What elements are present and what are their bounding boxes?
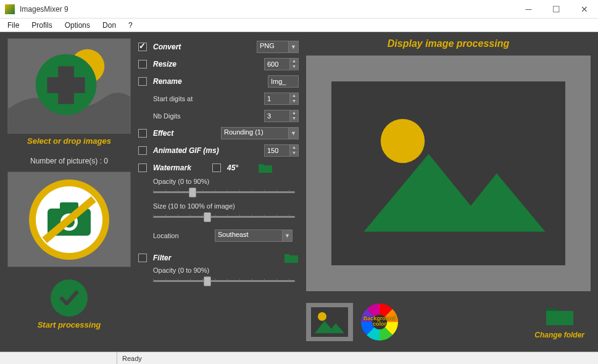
effect-checkbox[interactable] (138, 129, 147, 138)
wm-location-select[interactable]: Southeast (215, 230, 283, 242)
menu-profiles[interactable]: Profils (31, 21, 52, 30)
preview-area[interactable] (306, 56, 591, 291)
agif-checkbox[interactable] (138, 146, 147, 155)
close-button[interactable]: ✕ (570, 0, 598, 19)
wm-size-label: Size (10 to 100% of image) (153, 202, 299, 210)
convert-label: Convert (153, 43, 257, 51)
effect-label: Effect (153, 129, 221, 138)
preview-column: Display image processing (306, 38, 591, 347)
window-title: ImagesMixer 9 (20, 5, 515, 14)
resize-spinner[interactable]: ▲▼ (290, 58, 299, 70)
thumbnail-button[interactable] (306, 303, 353, 341)
agif-spinner[interactable]: ▲▼ (290, 144, 299, 157)
start-digits-input[interactable] (264, 93, 290, 105)
menu-file[interactable]: File (7, 21, 19, 30)
start-digits-label: Start digits at (153, 95, 264, 102)
resize-checkbox[interactable] (138, 60, 147, 68)
statusbar: Ready (0, 352, 598, 364)
wm-location-label: Location (153, 232, 215, 239)
nb-digits-spinner[interactable]: ▲▼ (290, 110, 299, 122)
agif-input[interactable] (264, 144, 290, 157)
status-text: Ready (117, 352, 598, 364)
chevron-down-icon[interactable]: ▼ (289, 127, 299, 139)
folder-icon (544, 305, 575, 327)
preview-image-icon (331, 81, 565, 265)
menu-help[interactable]: ? (128, 21, 133, 30)
menu-don[interactable]: Don (102, 21, 116, 30)
wm-opacity-slider[interactable] (153, 186, 295, 199)
app-icon (5, 4, 15, 14)
wm-opacity-label: Opacity (0 to 90%) (153, 178, 299, 185)
rename-label: Rename (153, 77, 268, 86)
titlebar: ImagesMixer 9 ─ ☐ ✕ (0, 0, 598, 19)
watermark-folder-icon[interactable] (258, 162, 273, 173)
wm-size-slider[interactable] (153, 211, 295, 223)
filter-label: Filter (153, 254, 278, 262)
svg-point-12 (381, 119, 425, 163)
options-column: Convert PNG ▼ Resize ▲▼ Rename Start dig… (138, 38, 299, 347)
status-progress (0, 352, 117, 364)
watermark-checkbox[interactable] (138, 163, 147, 172)
rename-checkbox[interactable] (138, 77, 147, 86)
start-processing[interactable]: Start processing (7, 279, 131, 329)
watermark-label: Watermark (153, 163, 212, 172)
svg-point-13 (318, 312, 326, 321)
change-folder-button[interactable]: Change folder (534, 305, 584, 339)
chevron-down-icon[interactable]: ▼ (289, 41, 299, 53)
effect-select[interactable]: Rounding (1) (221, 127, 289, 139)
preview-toolbar: Background color Change folder (306, 297, 591, 347)
background-color-button[interactable]: Background color (360, 303, 399, 341)
watermark-45-label: 45° (227, 163, 252, 172)
watermark-45-checkbox[interactable] (212, 163, 221, 172)
filter-checkbox[interactable] (138, 254, 147, 262)
convert-select[interactable]: PNG (257, 41, 289, 53)
minimize-button[interactable]: ─ (515, 0, 542, 19)
resize-label: Resize (153, 60, 264, 68)
start-digits-spinner[interactable]: ▲▼ (290, 93, 299, 105)
menubar: File Profils Options Don ? (0, 19, 598, 32)
start-label: Start processing (7, 320, 131, 329)
preview-title: Display image processing (306, 38, 591, 49)
menu-options[interactable]: Options (65, 21, 90, 30)
left-column: Select or drop images Number of picture(… (7, 38, 131, 347)
filter-opacity-label: Opacity (0 to 90%) (153, 267, 299, 274)
nb-digits-label: Nb Digits (153, 112, 264, 120)
check-icon (51, 279, 88, 316)
nb-digits-input[interactable] (264, 110, 290, 122)
resize-input[interactable] (264, 58, 290, 70)
agif-label: Animated GIF (ms) (153, 146, 264, 155)
main-panel: Select or drop images Number of picture(… (0, 32, 598, 352)
rename-input[interactable] (268, 75, 299, 88)
picture-count: Number of picture(s) : 0 (7, 157, 131, 165)
drop-zone[interactable] (7, 38, 131, 134)
drop-label: Select or drop images (7, 136, 131, 146)
chevron-down-icon[interactable]: ▼ (283, 230, 293, 242)
filter-folder-icon[interactable] (284, 252, 299, 263)
filter-opacity-slider[interactable] (153, 275, 295, 287)
maximize-button[interactable]: ☐ (542, 0, 570, 19)
convert-checkbox[interactable] (138, 43, 147, 51)
change-folder-label: Change folder (534, 331, 584, 339)
svg-rect-4 (47, 77, 85, 93)
no-camera-zone[interactable] (7, 172, 131, 267)
bgcolor-label: Background color (363, 316, 396, 327)
